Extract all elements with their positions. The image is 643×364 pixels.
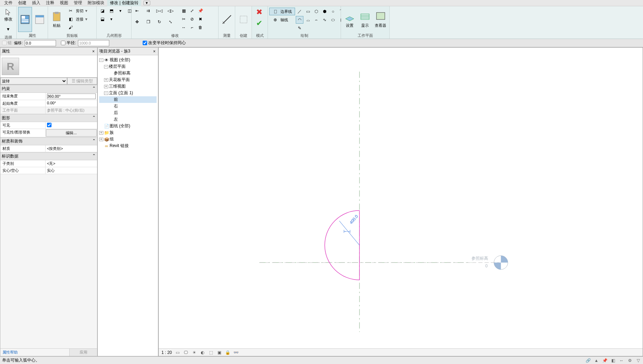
drawing-view[interactable]: 400.0 ⊢⊣ 参照标高 0 [159,48,643,356]
keep-concentric-checkbox[interactable] [143,41,147,45]
spline-tool[interactable]: ∿ [321,16,328,24]
browser-close-button[interactable]: × [152,49,157,54]
menu-view[interactable]: 视图 [57,0,71,6]
filter-button[interactable]: ▼ [2,24,14,34]
project-tree[interactable]: −👁视图 (全部) −楼层平面 参照标高 +天花板平面 +三维视图 −立面 (立… [98,55,158,356]
match-button[interactable]: 🖌 [65,24,90,31]
move-button[interactable]: ✥ [133,18,141,26]
circle-tool[interactable]: ○ [329,8,337,15]
radius-checkbox-label[interactable]: 半径: [61,40,76,46]
start-angle-value[interactable]: 0.00° [46,100,97,107]
corner-button[interactable]: ⌐ [188,24,196,31]
flip-control-icon[interactable]: ⊢⊣ [343,229,350,234]
canvas[interactable]: 400.0 ⊢⊣ 参照标高 0 1 : 20 ▭ 🖵 ☀ ◐ ⬚ ▣ 🔒 👓 [158,47,643,356]
drag-elements-icon[interactable]: ↔ [619,358,624,363]
radius-checkbox[interactable] [61,41,65,45]
unpin-button[interactable]: ⊘ [188,15,196,23]
join-geom-button[interactable]: ⬓ [98,15,106,23]
offset-input[interactable] [25,40,56,46]
properties-help-link[interactable]: 属性帮助 [0,349,69,356]
create-button[interactable] [237,7,251,32]
type-selector[interactable]: 旋转 [0,78,67,84]
keep-concentric-label[interactable]: 改变半径时保持同心 [143,40,186,46]
level-label[interactable]: 参照标高 [471,256,488,261]
offset-button[interactable]: ⇉ [144,7,152,15]
type-properties-button[interactable] [33,7,47,32]
poly-in-tool[interactable]: ⬡ [312,8,320,15]
axis-line-button[interactable]: ⊕轴线 [269,16,295,24]
ellipse-tool[interactable]: ⬭ [329,16,337,24]
cope-button[interactable]: ◪ [98,7,106,15]
menu-create[interactable]: 创建 [15,0,29,6]
expand-2[interactable]: ▾ [107,15,116,23]
align-button[interactable]: ⇤ [133,7,141,15]
filter-status-icon[interactable]: ▽ [635,358,641,363]
collapse-icon[interactable]: ⌃ [92,86,96,92]
copy-button[interactable]: ❐ [144,18,152,26]
properties-close-button[interactable]: × [91,49,96,54]
set-workplane-button[interactable]: 设置 [342,7,357,32]
shadows-icon[interactable]: ◐ [200,350,205,355]
arc-center-tool[interactable]: ◠ [296,16,303,24]
select-underlay-icon[interactable]: ▲ [594,358,599,363]
rotate-button[interactable]: ↻ [155,18,164,26]
subcategory-value[interactable]: <无> [46,160,97,167]
collapse-icon-4[interactable]: ⌃ [92,153,96,159]
collapse-icon-2[interactable]: ⌃ [92,115,96,121]
paste-button[interactable]: 粘贴 [49,7,64,32]
modify-button[interactable]: 修改 [2,7,14,23]
level-value[interactable]: 0 [485,264,488,268]
menu-manage[interactable]: 管理 [71,0,85,6]
crop-view-icon[interactable]: ⬚ [208,350,214,355]
select-links-icon[interactable]: 🔗 [585,358,591,363]
pick-lines-tool[interactable]: ✎ [296,24,303,32]
detail-level-icon[interactable]: ▭ [175,350,180,355]
array-button[interactable]: ▦ [180,7,188,15]
cut-button[interactable]: ✂剪切▾ [65,7,90,15]
solid-void-value[interactable]: 实心 [46,167,97,174]
delete-button[interactable]: ✖ [196,15,205,23]
sun-path-icon[interactable]: ☀ [191,350,197,355]
select-face-icon[interactable]: ◧ [610,358,616,363]
radius-dimension[interactable]: 400.0 [349,214,359,225]
mirror-axis-button[interactable]: ▷◁ [155,7,164,15]
split-button[interactable]: ✂ [180,15,188,23]
trim-button[interactable]: ⤡ [166,18,175,26]
scale-button[interactable]: ⤢ [188,7,196,15]
expand-1[interactable]: ▾ [116,7,125,15]
demolish-button[interactable]: 🗑 [196,24,205,31]
extend-button[interactable]: ↔ [180,24,188,31]
cut-geom-button[interactable]: ⬒ [107,7,116,15]
menu-addins[interactable]: 附加模块 [85,0,107,6]
select-pinned-icon[interactable]: 📌 [602,358,608,363]
temp-hide-icon[interactable]: 👓 [233,350,239,355]
pin-button[interactable]: 📌 [196,7,205,15]
menu-insert[interactable]: 插入 [29,0,43,6]
background-icon[interactable]: ⚙ [627,358,633,363]
poly-out-tool[interactable]: ⬢ [321,8,328,15]
line-tool[interactable]: ／ [296,8,303,15]
menu-file[interactable]: 文件 [1,0,15,6]
arc-tan-tool[interactable]: ⌓ [304,16,312,24]
rect-tool[interactable]: ▭ [304,8,312,15]
material-value[interactable]: <按类别> [46,145,97,152]
measure-button[interactable] [220,7,234,32]
properties-button[interactable] [18,7,32,32]
viewer-button[interactable]: 查看器 [373,7,388,32]
show-workplane-button[interactable]: 显示 [358,7,372,32]
collapse-icon-3[interactable]: ⌃ [92,138,96,144]
edit-type-button[interactable]: ☰编辑类型 [67,78,97,84]
mirror-draw-button[interactable]: ◁▷ [166,7,175,15]
crop-region-icon[interactable]: ▣ [216,350,222,355]
visible-checkbox[interactable] [47,123,51,127]
lock-3d-icon[interactable]: 🔒 [225,350,230,355]
menu-modify-context[interactable]: 修改 | 创建旋转 [107,0,141,6]
scale-value[interactable]: 1 : 20 [161,350,172,355]
boundary-line-button[interactable]: ⎕边界线 [269,8,295,15]
apply-button[interactable]: 应用 [69,349,97,356]
join-button[interactable]: ◧连接▾ [65,15,90,23]
visual-style-icon[interactable]: 🖵 [183,350,189,355]
menu-annotate[interactable]: 注释 [43,0,57,6]
menu-overflow-icon[interactable]: ▼ [143,1,150,5]
cancel-mode-button[interactable]: ✖ [253,7,265,17]
